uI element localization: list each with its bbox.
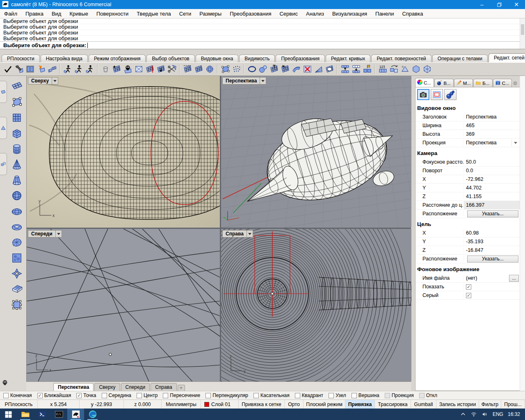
menu-file[interactable]: Файл	[0, 11, 21, 17]
close-button[interactable]: ✕	[508, 0, 525, 9]
mesh-pin-t1-icon[interactable]	[269, 64, 279, 75]
property-value[interactable]: Указать...	[464, 210, 520, 218]
viewport-front[interactable]: Спередиzx	[27, 229, 220, 381]
panel-tab-help[interactable]: ?С...	[493, 79, 512, 87]
property-value[interactable]: Указать...	[464, 255, 520, 263]
edge-taskbar-button[interactable]	[84, 409, 101, 420]
status-gumball[interactable]: Gumball	[411, 400, 436, 409]
viewport-tab-top[interactable]: Сверху	[94, 383, 120, 391]
mesh-dashed-edge-icon[interactable]	[182, 64, 193, 75]
menu-edit[interactable]: Правка	[21, 11, 48, 17]
status-more[interactable]: Прош...	[501, 400, 525, 409]
mesh-plane-icon[interactable]	[9, 79, 24, 94]
rhino-taskbar-button[interactable]: 6	[67, 409, 84, 420]
speaker-icon[interactable]	[482, 411, 488, 418]
mesh-fan-icon[interactable]	[313, 64, 324, 75]
align-mesh-walker-icon[interactable]	[84, 64, 95, 75]
mesh-explode-icon[interactable]	[9, 266, 24, 281]
menu-surfaces[interactable]: Поверхности	[92, 11, 132, 17]
status-history[interactable]: Запись истории	[436, 400, 479, 409]
powershell-taskbar-button[interactable]	[34, 409, 50, 420]
menu-mesh[interactable]: Сети	[175, 11, 195, 17]
osnap-Пересечение[interactable]: ✓Пересечение	[163, 393, 200, 398]
viewport-title-menu[interactable]: Сверху	[28, 77, 52, 84]
osnap-Перпендикуляр[interactable]: ✓Перпендикуляр	[205, 393, 248, 398]
checkbox-unchecked[interactable]: ✓	[205, 393, 211, 398]
checkbox-unchecked[interactable]: ✓	[163, 393, 168, 398]
extract-bad-mesh-skull-icon[interactable]	[122, 64, 133, 75]
viewport-tab-perspective[interactable]: Перспектива	[53, 383, 94, 391]
status-units[interactable]: Миллиметры	[162, 400, 201, 409]
menu-analyze[interactable]: Анализ	[302, 11, 328, 17]
viewport-dropdown-arrow-icon[interactable]	[52, 77, 58, 84]
checkbox-unchecked[interactable]: ✓	[295, 393, 300, 398]
panel-gear-icon[interactable]	[512, 80, 518, 87]
mesh-split-rows-up-icon[interactable]	[340, 64, 350, 75]
menu-tools[interactable]: Сервис	[275, 11, 302, 17]
start-taskbar-button[interactable]	[0, 409, 17, 420]
property-value[interactable]: 41.155	[464, 192, 520, 201]
viewport-dropdown-arrow-icon[interactable]	[260, 77, 266, 84]
command-scrollbar[interactable]	[520, 18, 525, 49]
ribbon-tab-viewport-layout[interactable]: Видовые окна	[196, 55, 239, 62]
ribbon-tab-transform[interactable]: Преобразования	[276, 55, 325, 62]
hexagon-solid-icon[interactable]	[411, 64, 421, 75]
mesh-sphere-tool-icon[interactable]	[204, 64, 215, 75]
property-value[interactable]: 60.98	[464, 229, 520, 237]
status-ortho[interactable]: Орто	[285, 400, 304, 409]
add-mesh-walker-icon[interactable]	[73, 64, 84, 75]
mesh-stairs-icon[interactable]	[47, 64, 57, 75]
ribbon-tab-select-objects[interactable]: Выбор объектов	[146, 55, 194, 62]
pick-location-button[interactable]: Указать...	[467, 210, 518, 217]
panel-tab-materials[interactable]: М...	[454, 79, 473, 87]
status-smarttrack[interactable]: Трассировка	[375, 400, 411, 409]
property-value[interactable]: 44.702	[464, 184, 520, 192]
mesh-grid-icon[interactable]	[9, 110, 24, 125]
menu-render[interactable]: Визуализация	[328, 11, 371, 17]
osnap-Точка[interactable]: ✓Точка	[76, 393, 96, 398]
mesh-patch-corners-icon[interactable]	[9, 95, 24, 110]
hexagon-wire-icon[interactable]	[422, 64, 432, 75]
dropdown-chevron-icon[interactable]	[511, 139, 519, 146]
ribbon-tab-view-setup[interactable]: Настройка вида	[41, 55, 88, 62]
mesh-split-window-icon[interactable]	[25, 64, 35, 75]
property-value[interactable]: (нет)...	[464, 274, 520, 282]
minimize-button[interactable]: –	[473, 0, 491, 9]
property-value[interactable]: 465	[464, 121, 520, 130]
osnap-Проекция[interactable]: ✓Проекция	[385, 393, 414, 398]
explorer-taskbar-button[interactable]	[17, 409, 34, 420]
panel-tab-properties[interactable]: С...	[415, 78, 434, 87]
property-value[interactable]: -72.962	[464, 175, 520, 183]
rotate-mesh-boxes-icon[interactable]	[388, 64, 399, 75]
viewport-perspective[interactable]: Перспектива	[221, 76, 411, 228]
osnap-Узел[interactable]: ✓Узел	[329, 393, 346, 398]
ribbon-tab-display-mode[interactable]: Режим отображения	[89, 55, 146, 62]
viewport-dropdown-arrow-icon[interactable]	[56, 230, 62, 237]
menu-transform[interactable]: Преобразования	[226, 11, 275, 17]
mesh-ellipsoid-icon[interactable]	[9, 204, 24, 219]
sidebar-minitab-mesh-mini[interactable]	[0, 81, 7, 103]
panel-scrollbar[interactable]	[520, 76, 525, 391]
viewport-title-menu[interactable]: Спереди	[28, 230, 56, 237]
viewport-frame-button[interactable]	[431, 89, 443, 100]
mesh-selected-points-icon[interactable]	[220, 64, 231, 75]
restore-button[interactable]	[491, 0, 508, 9]
mesh-extract-flame-icon[interactable]	[36, 64, 46, 75]
ribbon-tab-solid-ops[interactable]: Операции с телами	[432, 55, 488, 62]
bucket-icon[interactable]	[100, 64, 111, 75]
osnap-Откл[interactable]: ✓Откл	[419, 393, 437, 398]
ribbon-tab-visibility[interactable]: Видимость	[239, 55, 275, 62]
checkbox-checked[interactable]: ✓	[37, 393, 43, 398]
bad-objects-skull-icon[interactable]	[1, 379, 9, 388]
property-value[interactable]: Перспектива	[464, 139, 520, 147]
ribbon-tab-mesh-edit[interactable]: Редакт. сетей	[488, 53, 525, 62]
mesh-wrench-icon[interactable]	[14, 64, 24, 75]
osnap-Квадрант[interactable]: ✓Квадрант	[295, 393, 323, 398]
cmd-taskbar-button[interactable]: C:\	[50, 409, 67, 420]
mesh-slab-icon[interactable]	[9, 282, 24, 297]
menu-curves[interactable]: Кривые	[65, 11, 92, 17]
checkbox-checked[interactable]: ✓	[466, 284, 471, 290]
mesh-scissors-icon[interactable]	[167, 64, 177, 75]
property-value[interactable]: ✓	[464, 291, 520, 299]
reduce-mesh-walker-icon[interactable]	[62, 64, 73, 75]
